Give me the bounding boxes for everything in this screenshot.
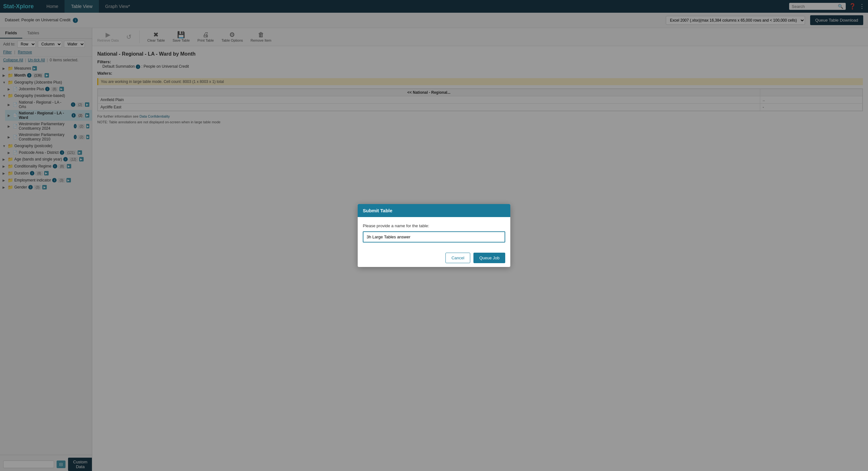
modal-title: Submit Table — [363, 208, 392, 213]
table-name-input[interactable] — [363, 231, 505, 243]
modal-overlay[interactable]: Submit Table Please provide a name for t… — [0, 0, 868, 471]
cancel-button[interactable]: Cancel — [445, 253, 470, 263]
submit-table-modal: Submit Table Please provide a name for t… — [358, 204, 510, 267]
modal-body: Please provide a name for the table: — [358, 217, 510, 249]
modal-header: Submit Table — [358, 204, 510, 217]
modal-footer: Cancel Queue Job — [358, 249, 510, 267]
modal-label: Please provide a name for the table: — [363, 223, 505, 228]
queue-job-button[interactable]: Queue Job — [473, 253, 505, 263]
